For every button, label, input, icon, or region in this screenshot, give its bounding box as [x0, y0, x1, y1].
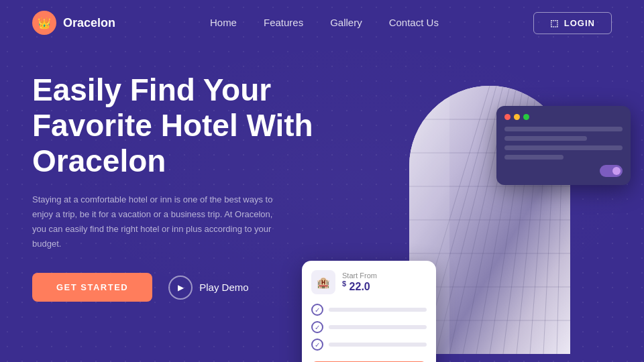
- navbar: 👑 Oracelon Home Features Gallery Contact…: [0, 0, 644, 46]
- hotel-icon: 🏨: [311, 270, 335, 294]
- logo-icon: 👑: [32, 11, 56, 35]
- expand-dot: [523, 114, 529, 120]
- option-line-1: [329, 308, 427, 312]
- nav-item-home[interactable]: Home: [210, 17, 237, 29]
- price-value: 22.0: [350, 281, 370, 292]
- close-dot: [504, 114, 511, 120]
- hotel-search-card: 🏨 Start From $ 22.0 ✓ ✓ ✓: [302, 261, 436, 362]
- check-3: ✓: [311, 339, 323, 351]
- toggle-row: [504, 165, 623, 177]
- window-controls: [504, 114, 623, 120]
- check-2: ✓: [311, 321, 323, 333]
- get-started-button[interactable]: GET STARTED: [32, 273, 152, 302]
- nav-item-features[interactable]: Features: [264, 17, 303, 29]
- brand-name: Oracelon: [63, 16, 115, 30]
- card-line-1: [504, 127, 623, 131]
- card-line-2: [504, 136, 587, 141]
- price-info: Start From $ 22.0: [342, 272, 377, 293]
- search-option-2[interactable]: ✓: [311, 321, 427, 333]
- play-icon[interactable]: ▶: [168, 276, 193, 300]
- search-option-1[interactable]: ✓: [311, 304, 427, 316]
- hero-description: Staying at a comfortable hotel or inn is…: [32, 192, 274, 251]
- minimize-dot: [514, 114, 520, 120]
- price: $ 22.0: [342, 280, 377, 293]
- login-icon: ⬚: [550, 18, 559, 28]
- hero-visual: 🏨 Start From $ 22.0 ✓ ✓ ✓: [288, 86, 644, 362]
- check-1: ✓: [311, 304, 323, 316]
- logo: 👑 Oracelon: [32, 11, 115, 35]
- play-demo-label: Play Demo: [199, 282, 248, 293]
- nav-item-contact[interactable]: Contact Us: [389, 17, 439, 29]
- play-demo[interactable]: ▶ Play Demo: [168, 276, 248, 300]
- option-line-2: [329, 325, 427, 329]
- toggle-switch[interactable]: [600, 165, 623, 177]
- login-label: LOGIN: [564, 18, 595, 28]
- nav-item-gallery[interactable]: Gallery: [330, 17, 362, 29]
- option-line-3: [329, 343, 427, 347]
- dollar-sign: $: [342, 280, 346, 288]
- search-option-3[interactable]: ✓: [311, 339, 427, 351]
- nav-links: Home Features Gallery Contact Us: [210, 17, 439, 29]
- login-button[interactable]: ⬚ LOGIN: [533, 12, 612, 34]
- card-line-4: [504, 155, 564, 160]
- start-from-label: Start From: [342, 272, 377, 280]
- search-card-header: 🏨 Start From $ 22.0: [311, 270, 427, 294]
- main-content: Easily Find Your Favorite Hotel With Ora…: [0, 46, 644, 302]
- app-window-card: [496, 106, 631, 185]
- card-line-3: [504, 145, 623, 150]
